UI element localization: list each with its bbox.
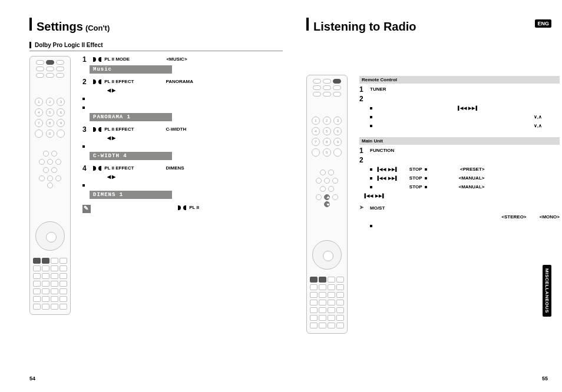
remote-dpad xyxy=(312,240,342,270)
page-title: Listening to Radio xyxy=(313,20,416,34)
step-3: 3 PL II EFFECT C-WIDTH xyxy=(82,126,283,133)
step-value: DIMENS xyxy=(166,165,184,171)
lcd-display-cwidth: C-WIDTH 4 xyxy=(90,152,172,160)
arrow-hints: ◀ ▶ xyxy=(107,135,283,141)
dolby-icon xyxy=(93,57,101,62)
note-row: PL II xyxy=(82,205,283,213)
arrow-updown: ∨,∧ xyxy=(534,114,542,119)
manual-label: <MANUAL> xyxy=(437,175,484,182)
main-step-1: 1 FUNCTION xyxy=(359,147,560,154)
step-number: 1 xyxy=(359,86,366,93)
lcd-display-dimens: DIMENS 1 xyxy=(90,191,172,199)
dolby-icon xyxy=(93,166,101,171)
step-label: PL II EFFECT xyxy=(104,165,134,171)
note-label: PL II xyxy=(189,205,199,210)
tuner-label: TUNER xyxy=(370,87,386,92)
title-bar xyxy=(29,18,32,31)
section-heading: Dolby Pro Logic II Effect xyxy=(35,42,103,48)
page-left: Settings (Con't) Dolby Pro Logic II Effe… xyxy=(29,18,283,315)
step-number: 2 xyxy=(359,157,366,164)
step-1: 1 PL II MODE <MUSIC> xyxy=(82,56,283,63)
transport-prev-next-icon: ▐◀◀ ▶▶▌ xyxy=(363,192,386,200)
page-title: Settings xyxy=(37,20,83,34)
arrow-hints: ◀ ▶ xyxy=(107,88,283,93)
step-4: 4 PL II EFFECT DIMENS xyxy=(82,165,283,172)
step-label: PL II EFFECT xyxy=(104,127,134,132)
manual-label: <MANUAL> xyxy=(437,184,484,191)
dolby-icon xyxy=(93,79,101,84)
title-bar xyxy=(306,18,309,31)
step-number: 3 xyxy=(82,126,90,133)
main-step-2: 2 xyxy=(359,157,560,164)
remote-illustration: 123 456 789 0 xyxy=(29,56,71,315)
stop-label: STOP xyxy=(409,167,422,172)
mono-label: <MONO> xyxy=(540,214,560,220)
tuning-down-icon xyxy=(324,201,330,207)
main-unit-header: Main Unit xyxy=(359,137,560,145)
step-label: PL II MODE xyxy=(104,57,130,62)
remote-dpad xyxy=(35,221,65,251)
remote-numpad: 123 456 789 0 xyxy=(312,117,342,157)
step-number: 4 xyxy=(82,165,90,172)
page-number-right: 55 xyxy=(542,376,548,381)
step-value: <MUSIC> xyxy=(166,57,187,62)
transport-prev-next-icon: ▐◀◀ ▶▶▌ xyxy=(376,175,399,182)
dolby-icon xyxy=(178,205,186,210)
page-right: Listening to Radio 123 456 789 0 xyxy=(306,18,560,334)
step-label: PL II EFFECT xyxy=(104,79,134,84)
most-label: MO/ST xyxy=(370,205,385,211)
remote-step-1: 1 TUNER xyxy=(359,86,560,93)
transport-prev-next-icon: ▐◀◀ ▶▶▌ xyxy=(376,166,399,173)
stop-label: STOP xyxy=(409,175,422,181)
step-value: C-WIDTH xyxy=(166,127,187,132)
page-number-left: 54 xyxy=(29,376,35,381)
preset-label: <PRESET> xyxy=(437,166,484,173)
lcd-display-panorama: PANORAMA 1 xyxy=(90,113,172,121)
remote-illustration: 123 456 789 0 xyxy=(306,75,348,334)
step-number: 1 xyxy=(82,56,90,63)
transport-prev-next-icon: ▐◀◀ ▶▶▌ xyxy=(457,106,480,110)
step-number: 1 xyxy=(359,147,366,154)
stop-label: STOP xyxy=(409,184,422,190)
step-value: PANORAMA xyxy=(166,79,194,84)
remote-control-header: Remote Control xyxy=(359,76,560,84)
tuning-up-icon xyxy=(324,194,330,200)
instructions-right: Remote Control 1 TUNER 2 ▐◀◀ ▶▶▌ ∨,∧ ∨,∧… xyxy=(359,70,560,231)
function-label: FUNCTION xyxy=(370,148,394,153)
instructions-left: 1 PL II MODE <MUSIC> Music 2 PL II EFFEC… xyxy=(82,51,283,213)
step-number: 2 xyxy=(82,78,90,85)
section-bar xyxy=(29,42,31,48)
note-icon xyxy=(82,205,91,213)
pointer-icon xyxy=(359,205,366,211)
arrow-updown: ∨,∧ xyxy=(534,123,542,128)
remote-step-2: 2 xyxy=(359,95,560,102)
step-2: 2 PL II EFFECT PANORAMA xyxy=(82,78,283,85)
page-title-suffix: (Con't) xyxy=(85,24,110,32)
stereo-label: <STEREO> xyxy=(501,214,526,220)
step-number: 2 xyxy=(359,95,366,102)
dolby-icon xyxy=(93,127,101,132)
remote-numpad: 123 456 789 0 xyxy=(35,98,65,138)
lcd-display-music: Music xyxy=(90,65,172,74)
arrow-hints: ◀ ▶ xyxy=(107,174,283,180)
